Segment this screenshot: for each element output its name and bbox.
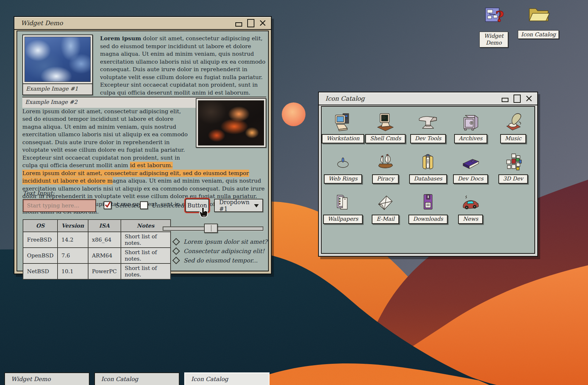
catalog-item-label[interactable]: Piracy (372, 174, 399, 184)
catalog-item-label[interactable]: Web Rings (324, 174, 362, 184)
desktop-icon-icon-catalog[interactable]: Icon Catalog (520, 5, 556, 39)
widget-demo-window: Widget Demo Example Image #1 Lorem ipsum… (14, 16, 272, 274)
document-text: Example Image #1 Lorem ipsum dolor sit a… (22, 35, 266, 216)
checkbox-label: Unselected (151, 202, 184, 209)
catalog-item-label[interactable]: Wallpapers (323, 215, 363, 224)
minimize-icon[interactable] (235, 22, 242, 27)
widget-demo-icon: ? (483, 6, 504, 27)
checkbox-checked-icon[interactable] (104, 201, 112, 209)
catalog-item-dev-docs[interactable]: Dev Docs (451, 152, 490, 192)
example-image-1 (24, 37, 91, 82)
catalog-item-email[interactable]: E-Mail (366, 192, 405, 233)
example-image-2 (198, 100, 264, 146)
diamond-bullet-icon (172, 257, 180, 264)
anvil-icon (418, 112, 438, 132)
chevron-down-icon (254, 202, 259, 209)
catalog-item-label[interactable]: E-Mail (372, 215, 399, 224)
list-item: Consectetur adipiscing elit! (173, 248, 267, 254)
column-header[interactable]: ISA (88, 220, 121, 232)
workstation-icon (333, 112, 353, 132)
catalog-item-label[interactable]: Shell Cmds (365, 134, 406, 143)
taskbar-button-widget-demo[interactable]: Widget Demo (4, 372, 90, 385)
catalog-item-label[interactable]: Workstation (322, 134, 364, 143)
window-title: Icon Catalog (325, 95, 365, 102)
catalog-item-piracy[interactable]: Piracy (366, 152, 405, 192)
book-icon (461, 152, 481, 172)
text-input[interactable] (23, 199, 96, 212)
table-cell: Short list of notes. (121, 263, 171, 279)
catalog-item-label[interactable]: Dev Tools (410, 134, 446, 143)
catalog-item-dev-tools[interactable]: Dev Tools (408, 112, 448, 152)
safe-icon (461, 112, 481, 132)
catalog-item-label[interactable]: News (458, 215, 483, 224)
diamond-list: Lorem ipsum dolor sit amet? Consectetur … (173, 239, 267, 267)
catalog-item-label[interactable]: 3D Dev (498, 174, 528, 184)
desktop-icon-widget-demo[interactable]: ? Widget Demo (476, 6, 512, 47)
table-header-row: OS Version ISA Notes (23, 220, 171, 232)
car-icon (461, 192, 481, 212)
table-cell: Short list of notes. (121, 232, 171, 248)
slider-handle[interactable] (204, 224, 218, 233)
diamond-bullet-icon (172, 238, 180, 246)
figure-1: Example Image #1 (22, 35, 93, 95)
checkbox-unchecked-icon[interactable] (140, 201, 148, 209)
table-cell: NetBSD (23, 263, 58, 279)
desktop-icon-label[interactable]: Icon Catalog (518, 30, 559, 39)
catalog-item-databases[interactable]: Databases (408, 152, 448, 192)
ship-icon (375, 152, 395, 172)
catalog-item-label[interactable]: Downloads (408, 215, 448, 224)
column-header[interactable]: Version (58, 220, 88, 232)
catalog-item-label[interactable]: Archives (454, 134, 487, 143)
catalog-item-music[interactable]: Music (493, 112, 533, 152)
table-row[interactable]: FreeBSD 14.2 x86_64 Short list of notes. (23, 232, 171, 248)
checkbox-label: Selected (115, 202, 140, 209)
table-cell: FreeBSD (23, 232, 58, 248)
folder-icon (526, 5, 550, 24)
desktop: ? Widget Demo Icon Catalog Widget Demo (0, 0, 588, 385)
catalog-item-news[interactable]: News (451, 192, 490, 233)
close-icon[interactable] (526, 95, 532, 102)
widget-window-titlebar[interactable]: Widget Demo (14, 17, 271, 30)
dropdown[interactable]: Dropdown #1 (214, 199, 263, 212)
catalog-item-label[interactable]: Music (500, 134, 526, 143)
checkbox-selected[interactable]: Selected (104, 201, 140, 209)
table-cell: 7.6 (58, 248, 88, 263)
maximize-icon[interactable] (247, 19, 254, 27)
catalog-item-label[interactable]: Databases (409, 174, 447, 184)
wallpapers-folder-icon (333, 192, 353, 212)
catalog-window-content: Workstation Shell Cmds (321, 106, 535, 254)
diamond-bullet-icon (172, 247, 180, 255)
table-row[interactable]: NetBSD 10.1 PowerPC Short list of notes. (23, 263, 171, 279)
svg-text:?: ? (496, 8, 504, 25)
taskbar-button-icon-catalog-2[interactable]: Icon Catalog (184, 372, 270, 385)
column-header[interactable]: OS (23, 220, 58, 232)
table-cell: x86_64 (88, 232, 121, 248)
taskbar-button-icon-catalog[interactable]: Icon Catalog (94, 372, 180, 385)
figure-1-caption: Example Image #1 (23, 83, 92, 95)
catalog-item-label[interactable]: Dev Docs (453, 174, 488, 184)
table-cell: OpenBSD (23, 248, 58, 263)
catalog-window-titlebar[interactable]: Icon Catalog (319, 92, 537, 105)
minimize-icon[interactable] (502, 98, 508, 102)
catalog-item-3d-dev[interactable]: 3D Dev (493, 152, 533, 192)
widget-window-content: Example Image #1 Lorem ipsum dolor sit a… (17, 31, 269, 271)
window-title: Widget Demo (21, 19, 63, 27)
slider-track[interactable] (163, 226, 263, 231)
desktop-icon-label[interactable]: Widget Demo (479, 32, 508, 47)
database-icon (418, 152, 438, 172)
catalog-item-workstation[interactable]: Workstation (323, 112, 363, 152)
catalog-item-archives[interactable]: Archives (451, 112, 490, 152)
os-table: OS Version ISA Notes FreeBSD 14.2 x86_64… (23, 219, 171, 280)
catalog-item-web-rings[interactable]: Web Rings (323, 152, 363, 192)
email-icon (375, 192, 395, 212)
close-icon[interactable] (259, 20, 266, 26)
catalog-item-wallpapers[interactable]: Wallpapers (323, 192, 363, 233)
checkbox-unselected[interactable]: Unselected (140, 201, 184, 209)
maximize-icon[interactable] (514, 95, 521, 103)
table-cell: Short list of notes. (121, 248, 171, 263)
hand-cursor (199, 207, 208, 220)
catalog-item-downloads[interactable]: Downloads (408, 192, 448, 233)
text-input-label: Text Input: (23, 190, 54, 197)
catalog-item-shell-cmds[interactable]: Shell Cmds (366, 112, 405, 152)
table-row[interactable]: OpenBSD 7.6 ARM64 Short list of notes. (23, 248, 171, 263)
